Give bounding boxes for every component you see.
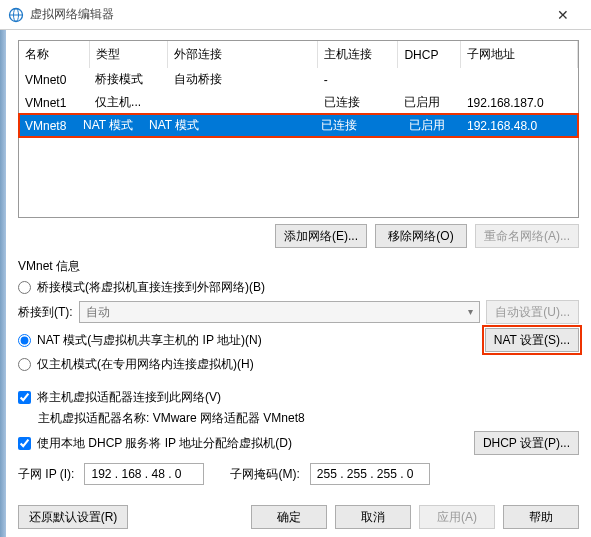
help-button[interactable]: 帮助: [503, 505, 579, 529]
add-network-button[interactable]: 添加网络(E)...: [275, 224, 367, 248]
col-subnet[interactable]: 子网地址: [461, 41, 578, 68]
auto-config-button: 自动设置(U)...: [486, 300, 579, 324]
col-dhcp[interactable]: DHCP: [398, 41, 461, 68]
restore-defaults-button[interactable]: 还原默认设置(R): [18, 505, 128, 529]
dhcp-settings-button[interactable]: DHCP 设置(P)...: [474, 431, 579, 455]
vmnet-info-label: VMnet 信息: [18, 258, 579, 275]
adapter-name-label: 主机虚拟适配器名称: VMware 网络适配器 VMnet8: [38, 410, 579, 427]
bridge-to-label: 桥接到(T):: [18, 304, 73, 321]
subnet-mask-field[interactable]: 255 . 255 . 255 . 0: [310, 463, 430, 485]
subnet-ip-field[interactable]: 192 . 168 . 48 . 0: [84, 463, 204, 485]
table-row-selected[interactable]: VMnet8 NAT 模式 NAT 模式 已连接 已启用 192.168.48.…: [19, 114, 578, 137]
remove-network-button[interactable]: 移除网络(O): [375, 224, 467, 248]
bridge-to-row: 桥接到(T): 自动 ▾ 自动设置(U)...: [18, 300, 579, 324]
apply-button: 应用(A): [419, 505, 495, 529]
table-header-row: 名称 类型 外部连接 主机连接 DHCP 子网地址: [19, 41, 578, 68]
nat-settings-button[interactable]: NAT 设置(S)...: [485, 328, 579, 352]
subnet-ip-label: 子网 IP (I):: [18, 466, 74, 483]
app-icon: [8, 7, 24, 23]
col-name[interactable]: 名称: [19, 41, 89, 68]
col-host[interactable]: 主机连接: [318, 41, 398, 68]
dhcp-check[interactable]: 使用本地 DHCP 服务将 IP 地址分配给虚拟机(D): [18, 435, 292, 452]
network-table[interactable]: 名称 类型 外部连接 主机连接 DHCP 子网地址 VMnet0 桥接模式 自动…: [18, 40, 579, 218]
bridge-to-combo[interactable]: 自动 ▾: [79, 301, 481, 323]
col-type[interactable]: 类型: [89, 41, 168, 68]
chevron-down-icon: ▾: [468, 302, 473, 322]
nat-mode-row: NAT 模式(与虚拟机共享主机的 IP 地址)(N) NAT 设置(S)...: [18, 328, 579, 352]
table-row[interactable]: VMnet0 桥接模式 自动桥接 -: [19, 68, 578, 91]
col-ext[interactable]: 外部连接: [168, 41, 318, 68]
content: 名称 类型 外部连接 主机连接 DHCP 子网地址 VMnet0 桥接模式 自动…: [6, 30, 591, 537]
rename-network-button: 重命名网络(A)...: [475, 224, 579, 248]
dhcp-row: 使用本地 DHCP 服务将 IP 地址分配给虚拟机(D) DHCP 设置(P).…: [18, 431, 579, 455]
table-buttons: 添加网络(E)... 移除网络(O) 重命名网络(A)...: [18, 224, 579, 248]
hostonly-mode-radio[interactable]: 仅主机模式(在专用网络内连接虚拟机)(H): [18, 356, 579, 373]
table-row[interactable]: VMnet1 仅主机... 已连接 已启用 192.168.187.0: [19, 91, 578, 114]
footer: 还原默认设置(R) 确定 取消 应用(A) 帮助: [18, 505, 579, 529]
window-title: 虚拟网络编辑器: [30, 6, 543, 23]
ok-button[interactable]: 确定: [251, 505, 327, 529]
titlebar: 虚拟网络编辑器 ✕: [0, 0, 591, 30]
close-icon[interactable]: ✕: [543, 7, 583, 23]
nat-mode-radio[interactable]: NAT 模式(与虚拟机共享主机的 IP 地址)(N): [18, 332, 262, 349]
connect-host-check[interactable]: 将主机虚拟适配器连接到此网络(V): [18, 389, 579, 406]
subnet-mask-label: 子网掩码(M):: [230, 466, 299, 483]
bridge-mode-radio[interactable]: 桥接模式(将虚拟机直接连接到外部网络)(B): [18, 279, 579, 296]
cancel-button[interactable]: 取消: [335, 505, 411, 529]
subnet-row: 子网 IP (I): 192 . 168 . 48 . 0 子网掩码(M): 2…: [18, 463, 579, 485]
